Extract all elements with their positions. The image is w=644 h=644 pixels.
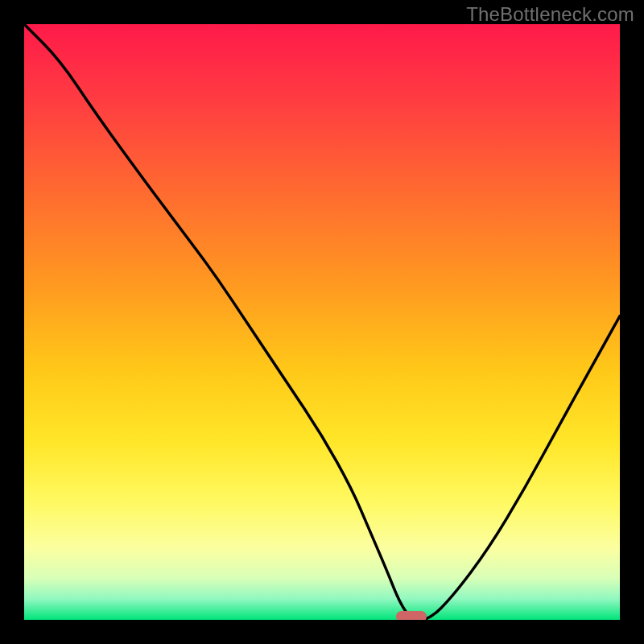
chart-frame: TheBottleneck.com (0, 0, 644, 644)
bottleneck-curve (24, 24, 620, 620)
watermark-text: TheBottleneck.com (466, 3, 634, 26)
optimal-marker (396, 611, 427, 620)
plot-area (24, 24, 620, 620)
